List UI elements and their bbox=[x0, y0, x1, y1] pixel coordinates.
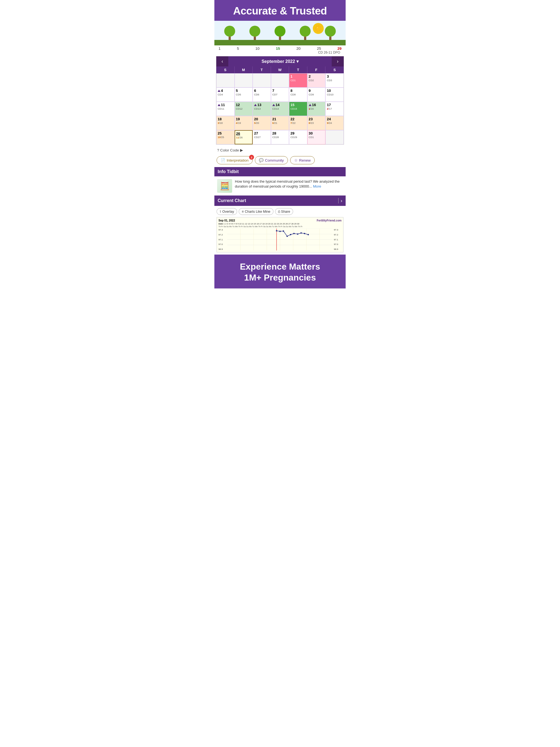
cal-date: 30 bbox=[309, 131, 324, 135]
ground bbox=[214, 40, 346, 45]
header-banner: Accurate & Trusted bbox=[214, 0, 346, 21]
cal-cell-sep26[interactable]: 26 11/26 bbox=[235, 130, 253, 145]
chart-nav-next[interactable]: › bbox=[341, 198, 342, 204]
info-text: How long does the typical menstrual peri… bbox=[235, 179, 343, 189]
cd-scale: 1 5 10 15 20 25 29 CD 26-11 DPO bbox=[214, 45, 346, 55]
cal-sub: CD13 bbox=[254, 107, 270, 110]
tree-3 bbox=[275, 26, 285, 41]
cal-sub: 3/18 bbox=[218, 121, 233, 124]
triangle-icon bbox=[309, 104, 311, 106]
cal-cell-empty[interactable] bbox=[325, 130, 344, 145]
cal-date: 11 bbox=[221, 103, 225, 107]
tree-top bbox=[224, 26, 235, 36]
share-button[interactable]: ⎙ Share bbox=[275, 208, 293, 215]
calendar-days-header: S M T W T F S bbox=[216, 67, 344, 73]
cal-date: 4 bbox=[221, 88, 223, 93]
cal-date: 8 bbox=[290, 88, 306, 93]
overlay-button[interactable]: ⌇ Overlay bbox=[217, 208, 237, 215]
trees-row bbox=[214, 26, 346, 41]
cal-date: 13 bbox=[257, 103, 261, 107]
cal-cell-sep2[interactable]: 2 CD2 bbox=[307, 73, 326, 87]
tree-1 bbox=[224, 26, 235, 41]
svg-point-17 bbox=[290, 234, 291, 235]
color-code-label[interactable]: ? Color Code ▶ bbox=[217, 148, 243, 152]
cal-cell-sep30[interactable]: 30 CD1 bbox=[307, 130, 326, 145]
community-button[interactable]: 💬 Community bbox=[255, 156, 288, 164]
cd-num-5: 5 bbox=[237, 47, 239, 51]
cal-cell-sep25[interactable]: 25 10/25 bbox=[216, 130, 235, 145]
chart-svg bbox=[227, 229, 333, 251]
calendar-next-button[interactable]: › bbox=[332, 56, 344, 67]
cal-cell-sep12[interactable]: 12 CD12 bbox=[235, 102, 253, 116]
day-header-m: M bbox=[235, 67, 253, 73]
cal-cell-sep22[interactable]: 22 7/22 bbox=[289, 116, 307, 130]
interpretation-badge: 2 bbox=[249, 155, 254, 160]
cal-date: 10 bbox=[327, 88, 342, 93]
color-code-row[interactable]: ? Color Code ▶ bbox=[214, 146, 346, 154]
triangle-icon bbox=[218, 90, 221, 92]
cal-cell-sep24[interactable]: 24 9/24 bbox=[325, 116, 344, 130]
cal-cell-sep15[interactable]: 15 CD15 bbox=[289, 102, 307, 116]
cd-num-15: 15 bbox=[276, 47, 280, 51]
cal-cell-sep1[interactable]: 1 CD1 bbox=[289, 73, 307, 87]
charts-like-mine-button[interactable]: ≡ Charts Like Mine bbox=[239, 208, 274, 215]
calendar-prev-button[interactable]: ‹ bbox=[216, 56, 228, 67]
cal-cell-sep20[interactable]: 20 5/20 bbox=[253, 116, 271, 130]
cal-cell-sep29[interactable]: 29 CD29 bbox=[289, 130, 307, 145]
cal-sub: 4/19 bbox=[236, 121, 252, 124]
cal-cell-sep8[interactable]: 8 CD8 bbox=[289, 87, 307, 102]
info-tidbit-header: Info Tidbit bbox=[214, 167, 346, 176]
current-chart-header: Current Chart › bbox=[214, 196, 346, 206]
cal-cell-sep21[interactable]: 21 6/21 bbox=[271, 116, 289, 130]
cal-sub: 9/24 bbox=[327, 121, 342, 124]
cal-cell-sep10[interactable]: 10 CD10 bbox=[325, 87, 344, 102]
action-buttons: 📄 Interpretation 2 💬 Community ☆ Renew bbox=[214, 154, 346, 167]
info-more-link[interactable]: More bbox=[313, 184, 321, 188]
cal-cell-sep14[interactable]: 14 CD14 bbox=[271, 102, 289, 116]
cal-sub: CD29 bbox=[290, 136, 306, 138]
cal-date: 14 bbox=[276, 103, 280, 107]
cal-cell-sep4[interactable]: 4 CD4 bbox=[216, 87, 235, 102]
cal-cell-empty[interactable] bbox=[253, 73, 271, 87]
cal-sub: 11/26 bbox=[236, 136, 251, 139]
chat-icon: 💬 bbox=[259, 158, 263, 162]
chart-content: 97.3 97.2 97.1 97.0 96.9 bbox=[219, 229, 341, 251]
info-tidbit: 🧮 How long does the typical menstrual pe… bbox=[214, 176, 346, 196]
cal-cell-sep13[interactable]: 13 CD13 bbox=[253, 102, 271, 116]
chart-area: Sep 01, 2022 FertilityFriend.com Date 1 … bbox=[217, 217, 343, 252]
cal-date: 7 bbox=[272, 88, 288, 93]
cal-date: 16 bbox=[312, 103, 316, 107]
renew-button[interactable]: ☆ Renew bbox=[290, 156, 315, 164]
cal-cell-sep9[interactable]: 9 CD9 bbox=[307, 87, 326, 102]
tree-4 bbox=[300, 26, 311, 41]
cal-cell-sep6[interactable]: 6 CD6 bbox=[253, 87, 271, 102]
abacus-icon: 🧮 bbox=[217, 179, 232, 193]
interpretation-button[interactable]: 📄 Interpretation 2 bbox=[217, 156, 253, 164]
triangle-icon bbox=[272, 104, 275, 106]
cal-cell-sep17[interactable]: 17 2/17 bbox=[325, 102, 344, 116]
cal-sub: CD1 bbox=[290, 79, 306, 82]
cal-cell-sep27[interactable]: 27 CD27 bbox=[253, 130, 271, 145]
cal-sub: 5/20 bbox=[254, 121, 270, 124]
cal-cell-sep23[interactable]: 23 8/23 bbox=[307, 116, 326, 130]
info-tidbit-text: How long does the typical menstrual peri… bbox=[235, 179, 339, 188]
cal-cell-sep18[interactable]: 18 3/18 bbox=[216, 116, 235, 130]
cal-date: 22 bbox=[290, 117, 306, 121]
cal-cell-sep11[interactable]: 11 CD11 bbox=[216, 102, 235, 116]
interpretation-label: Interpretation bbox=[227, 158, 249, 162]
cal-cell-sep5[interactable]: 5 CD5 bbox=[235, 87, 253, 102]
cal-cell-sep16[interactable]: 16 1/16 bbox=[307, 102, 326, 116]
cal-cell-empty[interactable] bbox=[271, 73, 289, 87]
cal-cell-sep3[interactable]: 3 CD3 bbox=[325, 73, 344, 87]
cal-cell-sep19[interactable]: 19 4/19 bbox=[235, 116, 253, 130]
chart-date: Sep 01, 2022 bbox=[219, 219, 235, 222]
cal-cell-sep28[interactable]: 28 CD28 bbox=[271, 130, 289, 145]
cal-date: 9 bbox=[309, 88, 324, 93]
cal-cell-empty[interactable] bbox=[235, 73, 253, 87]
renew-label: Renew bbox=[299, 158, 311, 162]
cal-cell-empty[interactable] bbox=[216, 73, 235, 87]
footer-line2: 1M+ Pregnancies bbox=[217, 272, 343, 283]
cal-cell-sep7[interactable]: 7 CD7 bbox=[271, 87, 289, 102]
cal-date: 24 bbox=[327, 117, 342, 121]
section-title: Info Tidbit bbox=[218, 169, 239, 174]
